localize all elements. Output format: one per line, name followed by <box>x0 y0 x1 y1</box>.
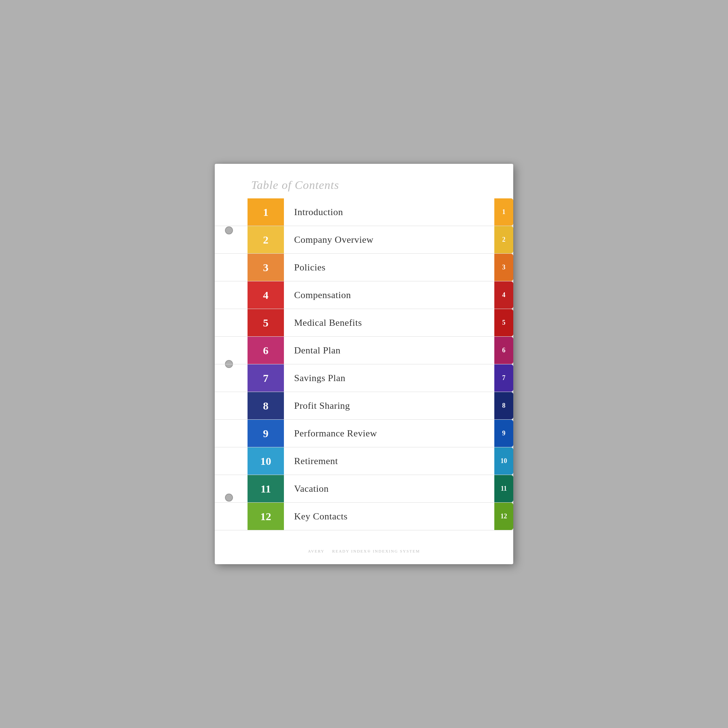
label-7: Savings Plan <box>284 364 494 392</box>
num-box-8: 8 <box>248 392 284 419</box>
toc-list: 1Introduction12Company Overview23Policie… <box>215 198 513 544</box>
toc-row[interactable]: 2Company Overview2 <box>215 226 513 254</box>
tab-6[interactable]: 6 <box>494 337 513 364</box>
tab-5[interactable]: 5 <box>494 309 513 336</box>
tab-10[interactable]: 10 <box>494 447 513 475</box>
toc-row[interactable]: 12Key Contacts12 <box>215 503 513 530</box>
brand-name: AVERY <box>308 549 325 553</box>
num-box-7: 7 <box>248 364 284 392</box>
label-12: Key Contacts <box>284 503 494 530</box>
tab-3[interactable]: 3 <box>494 254 513 281</box>
num-box-2: 2 <box>248 226 284 253</box>
toc-row[interactable]: 3Policies3 <box>215 254 513 281</box>
page: Table of Contents 1Introduction12Company… <box>215 164 513 564</box>
num-box-1: 1 <box>248 198 284 226</box>
label-5: Medical Benefits <box>284 309 494 336</box>
toc-row[interactable]: 1Introduction1 <box>215 198 513 226</box>
label-3: Policies <box>284 254 494 281</box>
label-10: Retirement <box>284 447 494 475</box>
title-text: Table of Contents <box>251 178 513 192</box>
num-box-6: 6 <box>248 337 284 364</box>
product-name: READY INDEX® INDEXING SYSTEM <box>332 549 420 553</box>
toc-row[interactable]: 11Vacation11 <box>215 475 513 503</box>
label-4: Compensation <box>284 281 494 309</box>
label-6: Dental Plan <box>284 337 494 364</box>
footer: AVERY READY INDEX® INDEXING SYSTEM <box>215 544 513 553</box>
tab-12[interactable]: 12 <box>494 503 513 530</box>
tab-2[interactable]: 2 <box>494 226 513 253</box>
toc-row[interactable]: 5Medical Benefits5 <box>215 309 513 337</box>
tab-7[interactable]: 7 <box>494 364 513 392</box>
tab-1[interactable]: 1 <box>494 198 513 226</box>
num-box-4: 4 <box>248 281 284 309</box>
num-box-11: 11 <box>248 475 284 502</box>
tab-4[interactable]: 4 <box>494 281 513 309</box>
toc-row[interactable]: 9Performance Review9 <box>215 420 513 447</box>
tab-8[interactable]: 8 <box>494 392 513 419</box>
label-9: Performance Review <box>284 420 494 447</box>
label-1: Introduction <box>284 198 494 226</box>
tab-9[interactable]: 9 <box>494 420 513 447</box>
num-box-3: 3 <box>248 254 284 281</box>
toc-row[interactable]: 8Profit Sharing8 <box>215 392 513 420</box>
toc-row[interactable]: 10Retirement10 <box>215 447 513 475</box>
tab-11[interactable]: 11 <box>494 475 513 502</box>
toc-row[interactable]: 7Savings Plan7 <box>215 364 513 392</box>
num-box-9: 9 <box>248 420 284 447</box>
num-box-10: 10 <box>248 447 284 475</box>
num-box-12: 12 <box>248 503 284 530</box>
page-title: Table of Contents <box>215 178 513 192</box>
label-2: Company Overview <box>284 226 494 253</box>
toc-row[interactable]: 4Compensation4 <box>215 281 513 309</box>
num-box-5: 5 <box>248 309 284 336</box>
label-8: Profit Sharing <box>284 392 494 419</box>
label-11: Vacation <box>284 475 494 502</box>
toc-row[interactable]: 6Dental Plan6 <box>215 337 513 364</box>
